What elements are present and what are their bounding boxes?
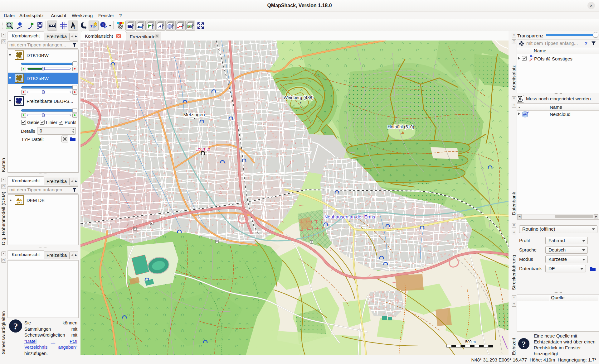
svg-text:Metzingen: Metzingen xyxy=(183,112,205,117)
svg-text:?: ? xyxy=(522,340,526,349)
svg-text:VRT: VRT xyxy=(17,79,22,82)
svg-text:Weinberg (488): Weinberg (488) xyxy=(284,95,314,100)
svg-text:T: T xyxy=(73,26,75,30)
svg-text:i: i xyxy=(102,22,104,27)
svg-text:Neuhausen an der Erms: Neuhausen an der Erms xyxy=(324,214,375,219)
svg-text:VRT: VRT xyxy=(17,201,22,204)
svg-text:IMG: IMG xyxy=(17,102,22,105)
svg-text:VRT: VRT xyxy=(17,56,22,59)
svg-text:?: ? xyxy=(13,321,18,331)
svg-text:Lean-to: Lean-to xyxy=(195,146,210,151)
svg-text:Hofbühl (510): Hofbühl (510) xyxy=(388,124,414,129)
svg-text:500 m: 500 m xyxy=(465,340,475,344)
